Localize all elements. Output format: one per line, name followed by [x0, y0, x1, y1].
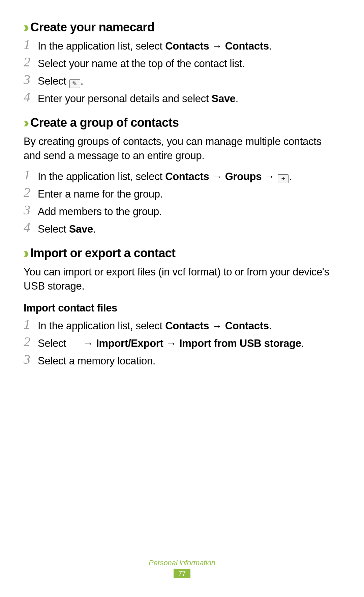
- step-row: 2 Enter a name for the group.: [24, 187, 340, 201]
- steps-list: 1 In the application list, select Contac…: [24, 319, 340, 368]
- section-title: Import or export a contact: [30, 246, 175, 260]
- step-text: Add members to the group.: [38, 205, 162, 219]
- step-text: Enter your personal details and select S…: [38, 92, 238, 106]
- step-number: 3: [24, 73, 38, 86]
- step-row: 1 In the application list, select Contac…: [24, 39, 340, 53]
- step-number: 3: [24, 353, 38, 366]
- steps-list: 1 In the application list, select Contac…: [24, 39, 340, 106]
- step-text: Select a memory location.: [38, 354, 155, 368]
- step-row: 4 Select Save.: [24, 222, 340, 236]
- step-row: 2 Select → Import/Export → Import from U…: [24, 336, 340, 351]
- step-number: 2: [24, 186, 38, 199]
- step-number: 3: [24, 203, 38, 217]
- step-number: 4: [24, 90, 38, 104]
- section-title: Create a group of contacts: [30, 116, 179, 130]
- step-number: 2: [24, 55, 38, 69]
- page-footer: Personal information 77: [0, 559, 364, 578]
- edit-icon: ✎: [69, 79, 80, 88]
- section-description: You can import or export files (in vcf f…: [24, 265, 340, 293]
- step-row: 3 Select a memory location.: [24, 354, 340, 368]
- plus-icon: +: [278, 174, 289, 183]
- step-row: 2 Select your name at the top of the con…: [24, 57, 340, 71]
- steps-list: 1 In the application list, select Contac…: [24, 170, 340, 236]
- step-text: Select → Import/Export → Import from USB…: [38, 336, 304, 351]
- step-text: Select Save.: [38, 222, 96, 236]
- step-number: 4: [24, 221, 38, 234]
- section-heading: ›› Import or export a contact: [24, 246, 340, 260]
- page-number-badge: 77: [174, 569, 190, 578]
- step-text: Select your name at the top of the conta…: [38, 57, 245, 71]
- section-heading: ›› Create your namecard: [24, 20, 340, 34]
- sub-heading: Import contact files: [24, 302, 340, 314]
- footer-category: Personal information: [0, 559, 364, 567]
- step-row: 3 Select ✎.: [24, 74, 340, 88]
- section-heading: ›› Create a group of contacts: [24, 116, 340, 130]
- step-number: 1: [24, 168, 38, 182]
- manual-page: ›› Create your namecard 1 In the applica…: [0, 0, 364, 385]
- step-text: In the application list, select Contacts…: [38, 319, 272, 333]
- chevron-right-icon: ››: [24, 114, 26, 131]
- section-description: By creating groups of contacts, you can …: [24, 135, 340, 163]
- step-number: 2: [24, 335, 38, 349]
- step-text: In the application list, select Contacts…: [38, 170, 292, 184]
- chevron-right-icon: ››: [24, 19, 26, 36]
- step-text: Enter a name for the group.: [38, 187, 163, 201]
- step-text: Select ✎.: [38, 74, 83, 88]
- step-row: 1 In the application list, select Contac…: [24, 170, 340, 184]
- chevron-right-icon: ››: [24, 245, 26, 262]
- step-row: 3 Add members to the group.: [24, 205, 340, 219]
- section-title: Create your namecard: [30, 20, 154, 34]
- step-row: 1 In the application list, select Contac…: [24, 319, 340, 333]
- step-text: In the application list, select Contacts…: [38, 39, 272, 53]
- step-number: 1: [24, 318, 38, 331]
- step-row: 4 Enter your personal details and select…: [24, 92, 340, 106]
- step-number: 1: [24, 38, 38, 51]
